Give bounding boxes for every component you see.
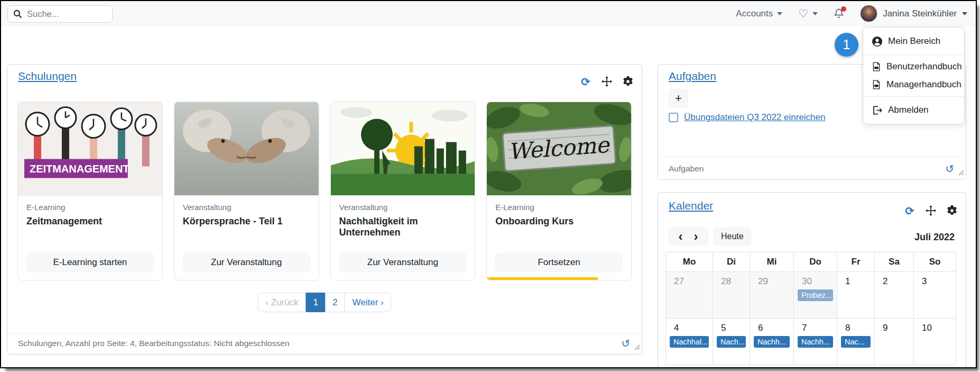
resize-handle[interactable] (633, 343, 640, 352)
pagination-next-button[interactable]: Weiter › (345, 293, 392, 312)
heart-icon: ♡ (798, 8, 808, 19)
avatar (860, 5, 877, 22)
notifications-button[interactable] (834, 8, 844, 19)
calendar-day-cell[interactable]: 6 Nachh... (750, 319, 794, 365)
calendar-header-row: Mo Di Mi Do Fr Sa So (666, 252, 956, 272)
pdf-file-icon (872, 62, 881, 71)
menu-item-label: Benutzerhandbuch (886, 61, 962, 72)
calendar-event[interactable]: Nachh... (754, 336, 790, 348)
pagination-prev-button[interactable]: ‹ Zurück (257, 293, 306, 312)
calendar-day-cell[interactable]: 7 Nachh... (794, 319, 837, 365)
menu-item-abmelden[interactable]: Abmelden (863, 99, 964, 121)
weekday-header: Sa (875, 252, 914, 272)
card-title: Zeitmanagement (26, 216, 154, 227)
menu-divider (863, 96, 964, 97)
calendar-prev-icon[interactable]: ‹ (679, 229, 683, 244)
calendar-day-cell[interactable]: 10 (914, 319, 956, 365)
task-link[interactable]: Übungsdateien Q3 2022 einreichen (684, 112, 825, 123)
calendar-day-cell[interactable]: 9 (875, 319, 914, 365)
weekday-header: Mo (666, 252, 713, 272)
card-title: Onboarding Kurs (495, 216, 623, 227)
pagination-page-1[interactable]: 1 (306, 293, 326, 312)
favorites-dropdown[interactable]: ♡ (798, 8, 818, 19)
task-checkbox[interactable] (669, 113, 678, 122)
card-action-button[interactable]: Zur Veranstaltung (339, 253, 467, 272)
gear-icon[interactable] (623, 76, 633, 87)
pagination-page-2[interactable]: 2 (325, 293, 345, 312)
card-action-button[interactable]: E-Learning starten (26, 253, 154, 272)
weekday-header: Di (713, 252, 750, 272)
menu-item-label: Mein Bereich (888, 36, 940, 47)
reset-widget-icon[interactable]: ↺ (621, 338, 630, 349)
calendar-day-cell[interactable]: 2 (875, 272, 914, 319)
card-category: E-Learning (495, 203, 623, 212)
training-card: Welcome E-Learning Onboarding Kurs Forts… (486, 102, 632, 280)
gear-icon[interactable] (947, 205, 957, 216)
menu-item-label: Abmelden (888, 105, 929, 115)
menu-divider (863, 55, 964, 55)
add-task-button[interactable]: + (669, 89, 688, 107)
card-category: Veranstaltung (339, 203, 467, 212)
chevron-down-icon (812, 12, 818, 15)
calendar-event[interactable]: Nac... (841, 336, 871, 348)
search-box[interactable] (7, 5, 113, 23)
calendar-event[interactable]: Nachhal... (670, 336, 709, 348)
kalender-title-link[interactable]: Kalender (669, 199, 713, 212)
chevron-down-icon (777, 12, 782, 15)
menu-item-benutzerhandbuch[interactable]: Benutzerhandbuch (863, 58, 964, 76)
card-category: Veranstaltung (183, 203, 310, 212)
user-dropdown-menu: Mein Bereich Benutzerhandbuch Managerhan… (863, 27, 965, 124)
card-action-button[interactable]: Fortsetzen (495, 253, 623, 272)
calendar-day-cell[interactable]: 4 Nachhal... (666, 319, 713, 365)
kalender-panel: Kalender ⟳ ‹ › Heute Juli 2022 Mo Di Mi (658, 192, 966, 368)
calendar-day-cell[interactable]: 1 (837, 272, 875, 319)
calendar-day-cell[interactable]: 30 Probez... (794, 272, 837, 319)
card-image-nachhaltigkeit (331, 102, 475, 196)
move-icon[interactable] (602, 76, 612, 87)
pagination: ‹ Zurück 1 2 Weiter › (257, 293, 391, 312)
schulungen-panel: Schulungen ⟳ (7, 64, 642, 355)
resize-handle[interactable] (957, 168, 964, 178)
calendar-day-cell[interactable]: 27 (666, 272, 713, 319)
menu-item-label: Managerhandbuch (886, 79, 961, 90)
card-image-welcome: Welcome (487, 102, 631, 196)
card-category: E-Learning (26, 203, 154, 212)
calendar-event[interactable]: Probez... (798, 289, 833, 301)
app-window: Accounts ♡ Janina Steinkühl (0, 0, 977, 368)
weekday-header: Mi (750, 252, 794, 272)
calendar-nav: ‹ › Heute (668, 228, 751, 246)
user-name: Janina Steinkühler (883, 8, 957, 19)
accounts-dropdown[interactable]: Accounts (736, 8, 782, 19)
aufgaben-title-link[interactable]: Aufgaben (669, 70, 716, 83)
search-input[interactable] (27, 9, 96, 19)
search-icon (13, 10, 22, 19)
calendar-next-icon[interactable]: › (694, 229, 698, 244)
topbar: Accounts ♡ Janina Steinkühl (1, 1, 976, 26)
calendar-day-cell[interactable]: 28 (713, 272, 750, 319)
card-action-button[interactable]: Zur Veranstaltung (183, 253, 310, 272)
annotation-badge-1: 1 (835, 33, 858, 57)
menu-item-managerhandbuch[interactable]: Managerhandbuch (863, 76, 964, 94)
calendar-day-cell[interactable]: 5 Nach... (713, 319, 750, 365)
calendar-table: Mo Di Mi Do Fr Sa So 27 28 29 30 Probez.… (665, 252, 956, 365)
today-button[interactable]: Heute (714, 228, 751, 246)
panel-footer-divider (658, 157, 966, 157)
menu-item-mein-bereich[interactable]: Mein Bereich (863, 31, 964, 52)
calendar-day-cell[interactable]: 29 (750, 272, 794, 319)
refresh-icon[interactable]: ⟳ (904, 205, 915, 216)
user-menu-toggle[interactable]: Janina Steinkühler (860, 5, 967, 22)
schulungen-title-link[interactable]: Schulungen (18, 70, 77, 83)
calendar-day-cell[interactable]: 8 Nac... (837, 319, 875, 365)
training-card: Veranstaltung Körpersprache - Teil 1 Zur… (174, 102, 319, 280)
logout-icon (872, 106, 882, 115)
move-icon[interactable] (926, 205, 936, 216)
calendar-day-cell[interactable]: 3 (914, 272, 956, 319)
refresh-icon[interactable]: ⟳ (580, 76, 591, 87)
reset-widget-icon[interactable]: ↺ (945, 164, 954, 175)
calendar-event[interactable]: Nach... (717, 336, 746, 348)
notification-badge (841, 6, 846, 12)
calendar-week-row: 4 Nachhal... 5 Nach... 6 Nachh... 7 Nach… (666, 319, 956, 365)
panel-footer-divider (7, 333, 642, 334)
calendar-event[interactable]: Nachh... (798, 336, 833, 348)
progress-bar (487, 277, 598, 280)
